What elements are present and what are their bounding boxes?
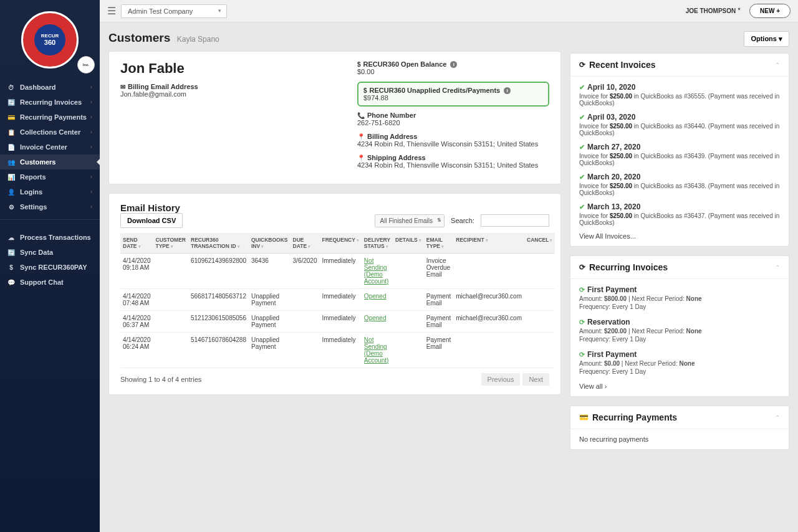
sidebar-item-invoice-center[interactable]: 📄Invoice Center› <box>0 140 100 154</box>
sidebar-item-dashboard[interactable]: ⏱Dashboard› <box>0 80 100 95</box>
sidebar-item-recurring-payments[interactable]: 💳Recurring Payments› <box>0 110 100 125</box>
customer-name: Jon Fable <box>120 60 332 77</box>
sidebar-item-label: Customers <box>20 158 55 166</box>
recurring-invoice-item: ⟳ First Payment Amount: $800.00 | Next R… <box>579 285 780 310</box>
sidebar-item-label: Sync Data <box>20 249 53 256</box>
email-history-card: Email History Download CSV All Finished … <box>108 193 561 395</box>
dollar-icon: $ <box>363 87 367 94</box>
logo: RECUR360 Inc. <box>0 0 100 75</box>
recent-invoice-item: ✔ March 27, 2020 Invoice for $250.00 in … <box>579 143 780 166</box>
sidebar-item-sync-data[interactable]: 🔄Sync Data <box>0 245 100 260</box>
delivery-status-link[interactable]: Opened <box>364 315 387 321</box>
recent-invoice-item: ✔ April 03, 2020 Invoice for $250.00 in … <box>579 113 780 136</box>
column-header[interactable]: QUICKBOOKSINV▾ <box>249 233 291 254</box>
email-icon: ✉ <box>120 83 125 90</box>
table-row: 4/14/202009:18 AM 6109621439692800 36436… <box>120 254 555 289</box>
sidebar-item-reports[interactable]: 📊Reports› <box>0 169 100 184</box>
chevron-right-icon: › <box>90 129 92 135</box>
sidebar-item-recurring-invoices[interactable]: 🔄Recurring Invoices› <box>0 95 100 110</box>
recent-invoices-panel: ⟳ Recent Invoices ⌃ ✔ April 10, 2020 Inv… <box>570 53 789 247</box>
nav-icon: 📋 <box>7 129 15 136</box>
nav-icon: ☁ <box>7 234 15 241</box>
column-header[interactable]: DETAILS▾ <box>393 233 424 254</box>
sidebar-item-label: Settings <box>20 203 47 211</box>
chevron-up-icon[interactable]: ⌃ <box>775 264 780 271</box>
sidebar-item-label: Reports <box>20 173 46 181</box>
sidebar-item-settings[interactable]: ⚙Settings› <box>0 199 100 214</box>
check-icon: ✔ <box>579 173 585 181</box>
delivery-status-link[interactable]: Not Sending (Demo Account) <box>364 257 388 285</box>
view-all-recurring-link[interactable]: View all › <box>579 382 780 390</box>
delivery-status-link[interactable]: Opened <box>364 293 387 300</box>
company-select[interactable]: Admin Test Company <box>121 4 227 18</box>
column-header[interactable]: CANCEL▾ <box>524 233 555 254</box>
column-header[interactable]: EMAILTYPE▾ <box>424 233 453 254</box>
column-header[interactable]: CUSTOMERTYPE▾ <box>153 233 189 254</box>
recent-invoice-item: ✔ April 10, 2020 Invoice for $250.00 in … <box>579 83 780 107</box>
download-csv-button[interactable]: Download CSV <box>120 213 183 228</box>
topbar: ☰ Admin Test Company JOE THOMPSON ˅ NEW … <box>100 0 798 22</box>
delivery-status-link[interactable]: Not Sending (Demo Account) <box>364 336 388 364</box>
column-header[interactable]: DUEDATE▾ <box>291 233 320 254</box>
nav-icon: 👥 <box>7 159 15 166</box>
recurring-invoice-item: ⟳ Reservation Amount: $200.00 | Next Rec… <box>579 318 780 343</box>
sidebar-item-sync-recur360pay[interactable]: $Sync RECUR360PAY <box>0 260 100 275</box>
options-button[interactable]: Options ▾ <box>744 31 789 47</box>
sidebar-item-collections-center[interactable]: 📋Collections Center› <box>0 125 100 140</box>
sidebar-item-customers[interactable]: 👥Customers <box>0 154 100 169</box>
pin-icon: 📍 <box>357 154 365 161</box>
column-header[interactable]: FREQUENCY▾ <box>319 233 361 254</box>
column-header[interactable]: SENDDATE▾ <box>120 233 153 254</box>
column-header[interactable]: RECIPIENT▾ <box>453 233 524 254</box>
search-label: Search: <box>451 217 474 224</box>
table-row: 4/14/202007:48 AM 5668171480563712 Unapp… <box>120 289 555 311</box>
sidebar-item-label: Logins <box>20 188 42 196</box>
check-icon: ✔ <box>579 83 585 92</box>
nav-icon: 📊 <box>7 174 15 181</box>
column-header[interactable]: RECUR360TRANSACTION ID▾ <box>188 233 249 254</box>
view-all-invoices-link[interactable]: View All Invoices... <box>579 232 780 240</box>
chevron-right-icon: › <box>90 99 92 105</box>
menu-icon[interactable]: ☰ <box>107 5 116 17</box>
sidebar-item-process-transactions[interactable]: ☁Process Transactions <box>0 230 100 245</box>
refresh-icon: ⟳ <box>579 263 585 272</box>
column-header[interactable]: DELIVERYSTATUS▾ <box>362 233 393 254</box>
email-filter-select[interactable]: All Finished Emails <box>375 214 445 227</box>
prev-button[interactable]: Previous <box>481 373 521 386</box>
chevron-right-icon: › <box>90 189 92 195</box>
table-showing: Showing 1 to 4 of 4 entries <box>120 376 201 383</box>
billing-address: 4234 Robin Rd, Thiensville Wisconsin 531… <box>357 140 549 148</box>
sidebar-item-support-chat[interactable]: 💬Support Chat <box>0 275 100 290</box>
refresh-icon: ⟳ <box>579 318 585 326</box>
phone-icon: 📞 <box>357 112 365 119</box>
recent-invoice-item: ✔ March 20, 2020 Invoice for $250.00 in … <box>579 173 780 196</box>
new-button[interactable]: NEW + <box>749 4 791 18</box>
sidebar-item-logins[interactable]: 👤Logins› <box>0 184 100 199</box>
refresh-icon: ⟳ <box>579 60 585 69</box>
sidebar-item-label: Support Chat <box>20 278 64 286</box>
phone-value: 262-751-6820 <box>357 119 549 126</box>
recurring-payments-panel: 💳 Recurring Payments ⌃ No recurring paym… <box>570 406 789 450</box>
next-button[interactable]: Next <box>522 373 549 386</box>
no-payments-text: No recurring payments <box>579 435 780 443</box>
pin-icon: 📍 <box>357 133 365 140</box>
info-icon[interactable]: i <box>450 61 457 68</box>
chevron-right-icon: › <box>90 114 92 120</box>
sidebar-item-label: Collections Center <box>20 128 80 136</box>
customer-detail-card: Jon Fable ✉ Billing Email Address Jon.fa… <box>108 51 561 184</box>
search-input[interactable] <box>481 214 549 227</box>
table-row: 4/14/202006:24 AM 5146716078604288 Unapp… <box>120 333 555 368</box>
user-menu[interactable]: JOE THOMPSON ˅ <box>686 7 741 14</box>
page-title: Customers <box>108 31 170 44</box>
nav-icon: 💬 <box>7 279 15 286</box>
unapplied-credits-box: $ RECUR360 Unapplied Credits/Payments i … <box>357 82 549 107</box>
chevron-up-icon[interactable]: ⌃ <box>775 62 780 69</box>
shipping-address: 4234 Robin Rd, Thiensville Wisconsin 531… <box>357 161 549 169</box>
info-icon[interactable]: i <box>504 87 511 94</box>
chevron-up-icon[interactable]: ⌃ <box>775 414 780 421</box>
chevron-right-icon: › <box>90 204 92 210</box>
email-history-title: Email History <box>120 202 549 213</box>
recurring-invoices-panel: ⟳ Recurring Invoices ⌃ ⟳ First Payment A… <box>570 255 789 397</box>
inc5000-badge: Inc. <box>77 56 95 74</box>
sidebar-item-label: Recurring Invoices <box>20 98 82 106</box>
